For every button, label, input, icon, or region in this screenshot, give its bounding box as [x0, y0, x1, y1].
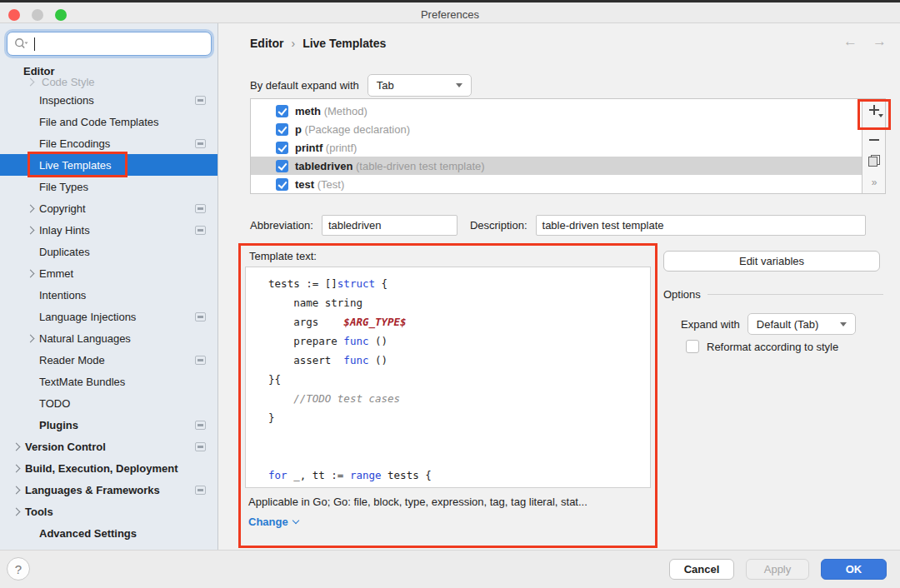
change-contexts-link[interactable]: Change: [248, 516, 299, 528]
sidebar-item-textmate-bundles[interactable]: TextMate Bundles: [0, 371, 218, 392]
duplicate-template-button[interactable]: [862, 151, 886, 172]
breadcrumb: Editor › Live Templates: [250, 37, 386, 50]
apply-button[interactable]: Apply: [746, 559, 809, 580]
sidebar-item-languages-frameworks[interactable]: Languages & Frameworks: [0, 479, 218, 501]
minus-icon: [869, 139, 879, 141]
more-actions-button[interactable]: »: [862, 172, 886, 193]
modified-settings-icon: [195, 356, 206, 365]
abbreviation-field[interactable]: tabledriven: [322, 215, 458, 236]
question-mark-icon: ?: [15, 562, 22, 576]
sidebar-item-live-templates[interactable]: Live Templates: [0, 154, 218, 176]
modified-settings-icon: [195, 204, 206, 213]
sidebar-item-tools[interactable]: Tools: [0, 501, 218, 522]
chevron-right-icon: [25, 203, 36, 214]
ok-button[interactable]: OK: [821, 559, 887, 580]
chevron-down-icon: [292, 517, 299, 524]
sidebar-item-editor[interactable]: Editor: [23, 65, 67, 77]
abbreviation-label: Abbreviation:: [250, 219, 313, 232]
chevron-right-icon: [25, 268, 36, 279]
annotation-box-template-text-panel: Template text: tests := []struct { name …: [238, 243, 658, 548]
sidebar-item-emmet[interactable]: Emmet: [0, 262, 218, 284]
expand-with-label: Expand with: [681, 318, 740, 331]
sidebar-item-natural-languages[interactable]: Natural Languages: [0, 327, 218, 349]
duplicate-icon: [868, 155, 880, 167]
dialog-footer: ? Cancel Apply OK: [0, 550, 900, 588]
chevron-right-icon: [25, 225, 36, 236]
cancel-button[interactable]: Cancel: [669, 559, 734, 580]
reformat-checkbox[interactable]: [686, 340, 699, 353]
expand-with-value: Default (Tab): [757, 318, 833, 331]
template-row-p[interactable]: p (Package declaration): [251, 120, 862, 138]
chevron-down-icon: [878, 114, 883, 117]
sidebar-item-copyright[interactable]: Copyright: [0, 197, 218, 219]
sidebar-item-file-types[interactable]: File Types: [0, 176, 218, 197]
settings-sidebar: Editor Code Style Inspections File and C…: [0, 23, 218, 550]
search-icon: [14, 37, 28, 50]
sidebar-item-file-encodings[interactable]: File Encodings: [0, 132, 218, 154]
settings-content: Editor › Live Templates ← → By default e…: [219, 23, 900, 550]
add-template-button[interactable]: [862, 99, 886, 121]
forward-icon[interactable]: →: [872, 33, 887, 50]
sidebar-item-plugins[interactable]: Plugins: [0, 414, 218, 436]
chevron-down-icon: [456, 83, 462, 87]
settings-search-input[interactable]: [7, 32, 212, 56]
modified-settings-icon: [195, 139, 206, 148]
edit-variables-button[interactable]: Edit variables: [663, 251, 880, 272]
checkbox-checked-icon[interactable]: [276, 160, 288, 172]
description-field[interactable]: table-driven test template: [536, 215, 866, 236]
sidebar-item-reader-mode[interactable]: Reader Mode: [0, 349, 218, 371]
sidebar-item-language-injections[interactable]: Language Injections: [0, 306, 218, 327]
chevron-right-icon: [11, 506, 22, 517]
modified-settings-icon: [195, 486, 206, 495]
modified-settings-icon: [195, 226, 206, 235]
help-button[interactable]: ?: [7, 557, 30, 581]
double-chevron-right-icon: »: [872, 177, 877, 188]
text-caret: [34, 37, 35, 51]
sidebar-item-duplicates[interactable]: Duplicates: [0, 241, 218, 262]
options-section-label: Options: [663, 288, 701, 301]
chevron-down-icon: [840, 322, 847, 326]
modified-settings-icon: [195, 442, 206, 451]
breadcrumb-editor[interactable]: Editor: [250, 37, 283, 50]
modified-settings-icon: [195, 96, 206, 105]
sidebar-item-advanced-settings[interactable]: Advanced Settings: [0, 522, 218, 544]
template-text-label: Template text:: [249, 250, 317, 262]
chevron-right-icon: [25, 77, 36, 87]
default-expand-with-label: By default expand with: [250, 79, 359, 92]
window-title: Preferences: [0, 8, 900, 21]
default-expand-with-dropdown[interactable]: Tab: [368, 74, 472, 97]
chevron-right-icon: [25, 333, 36, 344]
template-row-meth[interactable]: meth (Method): [251, 102, 862, 120]
template-row-tabledriven[interactable]: tabledriven (table-driven test template): [251, 157, 862, 175]
chevron-right-icon: [11, 463, 22, 474]
checkbox-checked-icon[interactable]: [276, 105, 288, 117]
chevron-right-icon: [11, 485, 22, 496]
template-row-printf[interactable]: printf (printf): [251, 138, 862, 157]
template-list-toolbar: »: [862, 98, 886, 194]
sidebar-item-intentions[interactable]: Intentions: [0, 284, 218, 306]
sidebar-item-file-and-code-templates[interactable]: File and Code Templates: [0, 111, 218, 132]
chevron-right-icon: [11, 441, 22, 452]
expand-with-dropdown[interactable]: Default (Tab): [748, 313, 856, 335]
breadcrumb-separator-icon: ›: [291, 37, 295, 50]
sidebar-item-inlay-hints[interactable]: Inlay Hints: [0, 219, 218, 241]
template-text-editor[interactable]: tests := []struct { name string args $AR…: [245, 267, 651, 488]
checkbox-checked-icon[interactable]: [276, 142, 288, 154]
applicable-contexts-text: Applicable in Go; Go: file, block, type,…: [248, 496, 588, 508]
sidebar-item-todo[interactable]: TODO: [0, 392, 218, 414]
template-row-test[interactable]: test (Test): [251, 175, 862, 193]
modified-settings-icon: [195, 312, 206, 321]
remove-template-button[interactable]: [862, 129, 886, 151]
checkbox-checked-icon[interactable]: [276, 178, 288, 191]
settings-tree: Editor Code Style Inspections File and C…: [0, 65, 218, 544]
back-icon[interactable]: ←: [843, 33, 858, 50]
live-templates-list: meth (Method) p (Package declaration) pr…: [250, 98, 862, 194]
section-divider: [708, 294, 883, 295]
reformat-label: Reformat according to style: [707, 341, 838, 353]
modified-settings-icon: [195, 421, 206, 430]
sidebar-item-build-execution-deployment[interactable]: Build, Execution, Deployment: [0, 457, 218, 479]
sidebar-item-version-control[interactable]: Version Control: [0, 436, 218, 457]
sidebar-item-inspections[interactable]: Inspections: [0, 89, 218, 111]
breadcrumb-live-templates: Live Templates: [302, 37, 386, 50]
checkbox-checked-icon[interactable]: [276, 123, 288, 136]
